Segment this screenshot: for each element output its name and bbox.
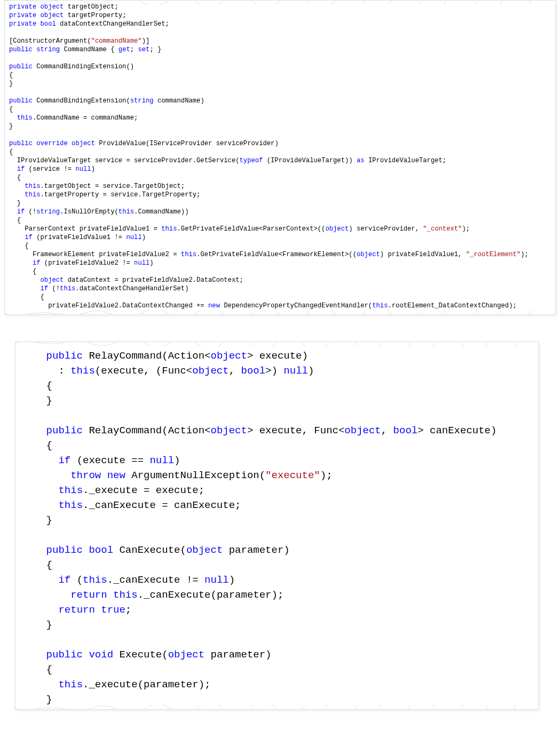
torn-edge-bottom xyxy=(4,310,556,315)
torn-edge-top xyxy=(15,342,539,346)
code-snippet-bottom: public RelayCommand(Action<object> execu… xyxy=(15,342,539,710)
code-content-bottom: public RelayCommand(Action<object> execu… xyxy=(22,348,532,707)
code-snippet-top: private object targetObject; private obj… xyxy=(4,0,556,315)
code-content-top: private object targetObject; private obj… xyxy=(9,3,551,310)
